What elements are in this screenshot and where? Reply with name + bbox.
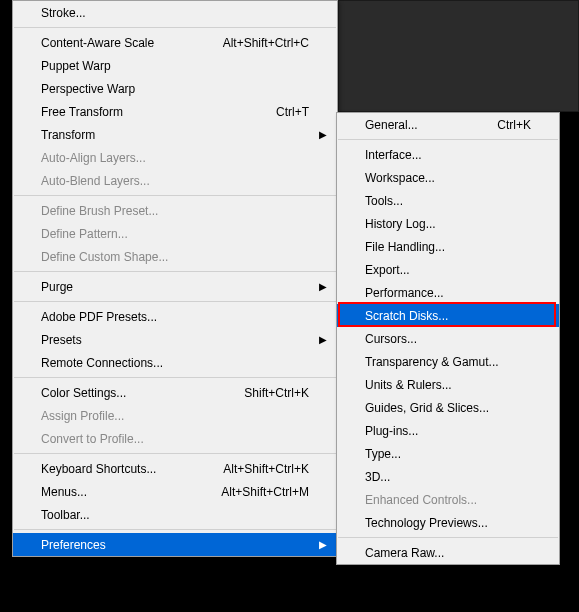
menu-item-label: Workspace... xyxy=(365,171,531,185)
left_menu-item-remote-connections[interactable]: Remote Connections... xyxy=(13,351,337,374)
right_menu-item-technology-previews[interactable]: Technology Previews... xyxy=(337,511,559,534)
right_menu-item-interface[interactable]: Interface... xyxy=(337,143,559,166)
edit-menu: Stroke...Content-Aware ScaleAlt+Shift+Ct… xyxy=(12,0,338,557)
right_menu-item-tools[interactable]: Tools... xyxy=(337,189,559,212)
right_menu-item-transparency-gamut[interactable]: Transparency & Gamut... xyxy=(337,350,559,373)
menu-item-label: Enhanced Controls... xyxy=(365,493,531,507)
left_menu-separator xyxy=(14,377,336,378)
menu-item-label: Adobe PDF Presets... xyxy=(41,310,309,324)
left_menu-item-puppet-warp[interactable]: Puppet Warp xyxy=(13,54,337,77)
left_menu-separator xyxy=(14,27,336,28)
right_menu-item-3d[interactable]: 3D... xyxy=(337,465,559,488)
menu-item-label: Transform xyxy=(41,128,309,142)
left_menu-item-perspective-warp[interactable]: Perspective Warp xyxy=(13,77,337,100)
right_menu-item-cursors[interactable]: Cursors... xyxy=(337,327,559,350)
menu-item-label: Content-Aware Scale xyxy=(41,36,211,50)
left_menu-separator xyxy=(14,195,336,196)
submenu-arrow-icon: ▶ xyxy=(319,129,327,140)
right_menu-item-performance[interactable]: Performance... xyxy=(337,281,559,304)
menu-item-label: File Handling... xyxy=(365,240,531,254)
left_menu-separator xyxy=(14,529,336,530)
menu-item-label: Define Brush Preset... xyxy=(41,204,309,218)
menu-item-label: Auto-Blend Layers... xyxy=(41,174,309,188)
menu-item-label: Interface... xyxy=(365,148,531,162)
menu-item-shortcut: Alt+Shift+Ctrl+C xyxy=(223,36,309,50)
menu-item-label: Plug-ins... xyxy=(365,424,531,438)
left_menu-item-keyboard-shortcuts[interactable]: Keyboard Shortcuts...Alt+Shift+Ctrl+K xyxy=(13,457,337,480)
left_menu-item-define-brush-preset: Define Brush Preset... xyxy=(13,199,337,222)
left_menu-item-transform[interactable]: Transform▶ xyxy=(13,123,337,146)
right_menu-item-plug-ins[interactable]: Plug-ins... xyxy=(337,419,559,442)
right_menu-separator xyxy=(338,139,558,140)
app-panel xyxy=(338,0,579,112)
left_menu-item-adobe-pdf-presets[interactable]: Adobe PDF Presets... xyxy=(13,305,337,328)
left_menu-item-preferences[interactable]: Preferences▶ xyxy=(13,533,337,556)
menu-item-label: Performance... xyxy=(365,286,531,300)
menu-item-label: Export... xyxy=(365,263,531,277)
left_menu-item-color-settings[interactable]: Color Settings...Shift+Ctrl+K xyxy=(13,381,337,404)
menu-item-label: Define Pattern... xyxy=(41,227,309,241)
left_menu-item-auto-blend-layers: Auto-Blend Layers... xyxy=(13,169,337,192)
left_menu-item-purge[interactable]: Purge▶ xyxy=(13,275,337,298)
menu-item-label: 3D... xyxy=(365,470,531,484)
menu-item-label: Convert to Profile... xyxy=(41,432,309,446)
menu-item-label: Menus... xyxy=(41,485,209,499)
menu-item-label: Keyboard Shortcuts... xyxy=(41,462,211,476)
left_menu-item-toolbar[interactable]: Toolbar... xyxy=(13,503,337,526)
menu-item-label: Color Settings... xyxy=(41,386,232,400)
menu-item-label: General... xyxy=(365,118,485,132)
menu-item-label: Purge xyxy=(41,280,309,294)
right_menu-item-workspace[interactable]: Workspace... xyxy=(337,166,559,189)
left_menu-item-auto-align-layers: Auto-Align Layers... xyxy=(13,146,337,169)
menu-item-label: Preferences xyxy=(41,538,309,552)
right_menu-item-scratch-disks[interactable]: Scratch Disks... xyxy=(337,304,559,327)
menu-item-label: Define Custom Shape... xyxy=(41,250,309,264)
right_menu-item-enhanced-controls: Enhanced Controls... xyxy=(337,488,559,511)
left_menu-item-convert-to-profile: Convert to Profile... xyxy=(13,427,337,450)
preferences-submenu: General...Ctrl+KInterface...Workspace...… xyxy=(336,112,560,565)
left_menu-item-presets[interactable]: Presets▶ xyxy=(13,328,337,351)
right_menu-item-general[interactable]: General...Ctrl+K xyxy=(337,113,559,136)
menu-item-label: Transparency & Gamut... xyxy=(365,355,531,369)
menu-item-shortcut: Shift+Ctrl+K xyxy=(244,386,309,400)
menu-item-label: Toolbar... xyxy=(41,508,309,522)
right_menu-item-type[interactable]: Type... xyxy=(337,442,559,465)
menu-item-label: Type... xyxy=(365,447,531,461)
left_menu-separator xyxy=(14,301,336,302)
right_menu-item-camera-raw[interactable]: Camera Raw... xyxy=(337,541,559,564)
left_menu-item-stroke[interactable]: Stroke... xyxy=(13,1,337,24)
right_menu-item-guides-grid-slices[interactable]: Guides, Grid & Slices... xyxy=(337,396,559,419)
menu-item-label: Cursors... xyxy=(365,332,531,346)
right_menu-item-export[interactable]: Export... xyxy=(337,258,559,281)
menu-item-label: Remote Connections... xyxy=(41,356,309,370)
submenu-arrow-icon: ▶ xyxy=(319,281,327,292)
right_menu-item-file-handling[interactable]: File Handling... xyxy=(337,235,559,258)
left_menu-item-free-transform[interactable]: Free TransformCtrl+T xyxy=(13,100,337,123)
menu-item-label: Scratch Disks... xyxy=(365,309,531,323)
menu-item-label: Assign Profile... xyxy=(41,409,309,423)
menu-item-label: Free Transform xyxy=(41,105,264,119)
right_menu-item-units-rulers[interactable]: Units & Rulers... xyxy=(337,373,559,396)
menu-item-label: Units & Rulers... xyxy=(365,378,531,392)
left_menu-item-define-pattern: Define Pattern... xyxy=(13,222,337,245)
submenu-arrow-icon: ▶ xyxy=(319,334,327,345)
menu-item-label: Puppet Warp xyxy=(41,59,309,73)
menu-item-shortcut: Ctrl+K xyxy=(497,118,531,132)
menu-item-label: Auto-Align Layers... xyxy=(41,151,309,165)
menu-item-label: Technology Previews... xyxy=(365,516,531,530)
left_menu-item-define-custom-shape: Define Custom Shape... xyxy=(13,245,337,268)
left_menu-separator xyxy=(14,453,336,454)
left_menu-item-content-aware-scale[interactable]: Content-Aware ScaleAlt+Shift+Ctrl+C xyxy=(13,31,337,54)
left_menu-item-menus[interactable]: Menus...Alt+Shift+Ctrl+M xyxy=(13,480,337,503)
right_menu-item-history-log[interactable]: History Log... xyxy=(337,212,559,235)
submenu-arrow-icon: ▶ xyxy=(319,539,327,550)
menu-item-label: Camera Raw... xyxy=(365,546,531,560)
menu-item-label: Tools... xyxy=(365,194,531,208)
left_menu-separator xyxy=(14,271,336,272)
menu-item-label: Perspective Warp xyxy=(41,82,309,96)
menu-item-shortcut: Alt+Shift+Ctrl+K xyxy=(223,462,309,476)
menu-item-label: Presets xyxy=(41,333,309,347)
menu-item-label: History Log... xyxy=(365,217,531,231)
menu-item-label: Guides, Grid & Slices... xyxy=(365,401,531,415)
menu-item-label: Stroke... xyxy=(41,6,309,20)
